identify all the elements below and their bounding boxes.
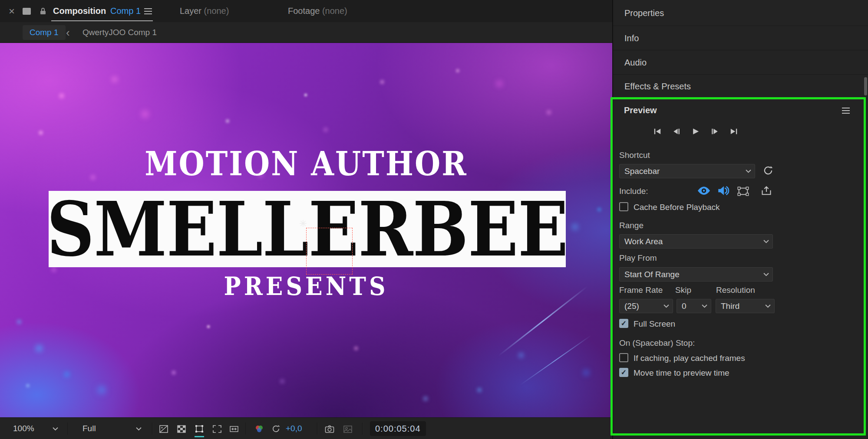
composition-tab-label[interactable]: Composition [53, 0, 106, 22]
play-from-select[interactable]: Start Of Range [619, 267, 773, 282]
panel-tab-info[interactable]: Info [613, 26, 868, 50]
frame-rate-select[interactable]: (25) [619, 299, 673, 313]
viewer-navigation-bar: Comp 1 ‹ QwertyJOO Comp 1 [0, 22, 612, 43]
panel-tab-effects-presets[interactable]: Effects & Presets [613, 75, 868, 98]
after-effects-window: × Composition Comp 1 Layer (none) Footag… [0, 0, 868, 439]
monitor-share-icon [761, 186, 772, 196]
preview-panel-title: Preview [624, 105, 657, 115]
breadcrumb-path[interactable]: QwertyJOO Comp 1 [83, 22, 157, 43]
particles-layer [0, 43, 2, 45]
exposure-value[interactable]: +0,0 [286, 418, 302, 439]
first-frame-icon [653, 128, 662, 135]
title-line-top: MOTION AUTHOR [0, 146, 612, 181]
last-frame-button[interactable] [727, 126, 740, 137]
play-icon [691, 128, 700, 135]
zoom-value: 100% [13, 424, 34, 433]
region-of-interest-button[interactable] [211, 423, 224, 435]
on-stop-label: On (Spacebar) Stop: [619, 338, 695, 348]
back-button[interactable]: ‹ [66, 22, 70, 43]
channels-button[interactable] [253, 423, 266, 435]
grid-guides-button[interactable] [157, 423, 170, 435]
close-panel-button[interactable]: × [9, 0, 15, 22]
toolbar-divider [68, 423, 68, 435]
move-time-label: Move time to preview time [634, 368, 729, 378]
region-of-interest-icon [212, 424, 222, 434]
eye-icon [697, 186, 710, 195]
footage-tab-label: Footage [288, 6, 320, 16]
viewport-status-bar: 100% Full [0, 417, 612, 439]
toolbar-divider [362, 423, 363, 435]
snapshot-button[interactable] [323, 423, 336, 435]
layer-tab[interactable]: Layer (none) [180, 0, 229, 22]
last-frame-icon [729, 128, 739, 135]
next-frame-button[interactable] [708, 126, 721, 137]
fast-preview-resolution-select[interactable]: Full [74, 418, 147, 439]
include-audio-toggle[interactable] [718, 186, 730, 197]
show-snapshot-button[interactable] [341, 423, 354, 435]
preview-resolution-select[interactable]: Third [716, 299, 775, 313]
skip-value: 0 [682, 301, 686, 311]
title-line-bottom: PRESENTS [0, 273, 612, 299]
mask-visibility-button[interactable] [193, 423, 206, 435]
composition-tab-bar: × Composition Comp 1 Layer (none) Footag… [0, 0, 612, 22]
frame-rate-value: (25) [624, 301, 639, 311]
chevron-down-icon [663, 304, 669, 308]
primary-viewer-toggle[interactable] [761, 186, 772, 198]
if-caching-checkbox[interactable] [619, 353, 628, 362]
shortcut-select[interactable]: Spacebar [619, 164, 755, 178]
transparency-grid-button[interactable] [175, 423, 188, 435]
play-from-value: Start Of Range [624, 270, 680, 279]
camera-icon [324, 424, 335, 434]
toolbar-divider [317, 423, 317, 435]
overlays-icon [737, 187, 749, 196]
play-button[interactable] [689, 126, 702, 137]
cache-before-playback-checkbox[interactable] [619, 202, 628, 211]
first-frame-button[interactable] [651, 126, 663, 137]
composition-tab-value[interactable]: Comp 1 [110, 0, 141, 22]
toolbar-divider [246, 423, 246, 435]
range-select[interactable]: Work Area [619, 234, 773, 249]
grid-guides-icon [158, 424, 169, 434]
channels-icon [254, 424, 264, 434]
preview-menu-icon[interactable] [842, 107, 850, 114]
footage-tab[interactable]: Footage (none) [288, 0, 347, 22]
reset-exposure-button[interactable] [269, 423, 282, 435]
previous-frame-button[interactable] [670, 126, 683, 137]
reset-shortcut-button[interactable] [762, 165, 775, 178]
transparency-grid-icon [176, 424, 187, 434]
anchor-point-icon[interactable] [299, 219, 307, 228]
toolbar-divider [152, 423, 152, 435]
skip-select[interactable]: 0 [677, 299, 711, 313]
active-tab-underline [51, 20, 153, 21]
include-overlays-toggle[interactable] [737, 187, 749, 198]
frame-rate-label: Frame Rate [619, 285, 663, 295]
scrollbar-thumb[interactable] [864, 77, 867, 95]
pixel-aspect-button[interactable] [228, 423, 241, 435]
zoom-select[interactable]: 100% [4, 418, 63, 439]
shortcut-label: Shortcut [619, 151, 650, 160]
resolution-value: Full [83, 424, 96, 433]
reset-exposure-icon [271, 424, 281, 434]
include-video-toggle[interactable] [697, 186, 710, 197]
layer-selection-box[interactable] [306, 228, 353, 275]
cache-before-playback-label: Cache Before Playback [634, 203, 720, 212]
panel-tab-properties[interactable]: Properties [613, 0, 868, 26]
comp-viewer-tab[interactable]: Comp 1 [23, 25, 66, 40]
panel-menu-icon[interactable] [144, 8, 152, 15]
lock-icon[interactable] [38, 7, 48, 16]
chevron-down-icon [765, 304, 771, 308]
if-caching-label: If caching, play cached frames [634, 354, 745, 363]
panel-thumbnail-icon [23, 8, 31, 15]
title-top-text: MOTION AUTHOR [145, 144, 468, 183]
full-screen-label: Full Screen [634, 319, 675, 329]
composition-viewport[interactable]: MOTION AUTHOR SMELLERBEE PRESENTS [0, 43, 612, 417]
chevron-down-icon [746, 169, 751, 173]
mask-visibility-icon [194, 424, 205, 434]
move-time-checkbox[interactable] [619, 368, 628, 377]
full-screen-checkbox[interactable] [619, 319, 628, 328]
panel-tab-audio[interactable]: Audio [613, 50, 868, 75]
include-label: Include: [619, 187, 648, 196]
chevron-down-icon [702, 304, 707, 308]
timecode-display[interactable]: 0:00:05:04 [370, 421, 426, 436]
preview-resolution-value: Third [721, 301, 739, 311]
